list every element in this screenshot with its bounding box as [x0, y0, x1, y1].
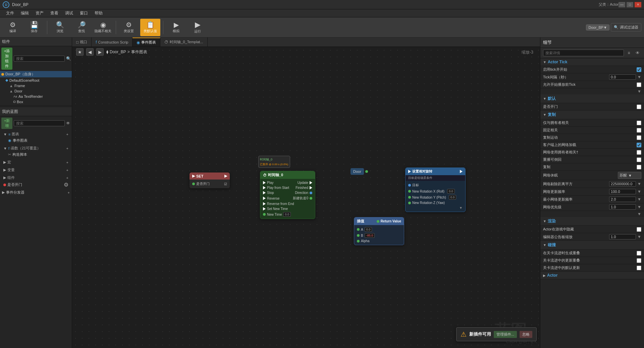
tree-item-frame[interactable]: ▲ Frame: [0, 83, 72, 88]
eye-btn[interactable]: 👁: [634, 49, 641, 57]
tick-interval-input[interactable]: [609, 74, 636, 80]
menu-help[interactable]: 帮助: [91, 9, 106, 17]
actor-section[interactable]: ▶ Actor: [540, 272, 644, 279]
find-btn[interactable]: 🔎 查找: [71, 19, 92, 36]
forward-btn[interactable]: ▶: [96, 48, 104, 56]
set-node[interactable]: ▶ SET ▶ 是否开门 ☑: [190, 172, 230, 188]
door-node[interactable]: Door: [351, 168, 368, 175]
default-update-checkbox[interactable]: [637, 266, 641, 270]
add-graph-icon[interactable]: +: [66, 132, 68, 136]
vars-section-header[interactable]: ▶ 变量 +: [1, 167, 70, 173]
tree-item-door-bp[interactable]: Door_BP（自身）: [0, 71, 72, 77]
maximize-btn[interactable]: □: [627, 2, 633, 7]
tab-event-graph[interactable]: ◉ 事件图表: [132, 38, 160, 47]
add-event-icon[interactable]: +: [68, 191, 70, 195]
lerp-node[interactable]: 插值 Return Value A 0.0 B -85.0: [354, 217, 404, 245]
min-update-freq-input[interactable]: [609, 197, 636, 202]
grid-view-btn[interactable]: ≡: [625, 49, 633, 57]
bp-search[interactable]: [14, 120, 65, 126]
close-btn[interactable]: ✕: [635, 2, 641, 7]
debug-dropdown[interactable]: Door_BP ▼: [586, 24, 609, 30]
menu-file[interactable]: 文件: [3, 9, 17, 17]
tree-item-scene-root[interactable]: ◆ DefaultSceneRoot: [0, 77, 72, 83]
play-row: Play Update: [260, 180, 315, 185]
replication-section[interactable]: ▼ 复制: [540, 111, 644, 119]
is-door-open-item[interactable]: 是否开门 ⚙: [1, 181, 70, 189]
manage-plugins-btn[interactable]: 管理插件...: [494, 331, 517, 338]
macro-section-header[interactable]: ▶ 宏 +: [1, 159, 70, 165]
sprite-scale-input[interactable]: [609, 234, 636, 239]
comp-section-header[interactable]: ▶ 组件 +: [1, 175, 70, 181]
add-component-btn[interactable]: +添加组件: [1, 48, 12, 70]
menu-view[interactable]: 查看: [47, 9, 62, 17]
replicate-movement-checkbox[interactable]: [637, 135, 641, 140]
net-priority-input[interactable]: [609, 204, 636, 210]
func-section-header[interactable]: ▼ f 函数（21可覆盖） +: [1, 145, 70, 151]
bp-new-btn[interactable]: +新增: [1, 118, 12, 129]
menu-debug[interactable]: 调试: [62, 9, 76, 17]
tab-viewport[interactable]: □ 视口: [72, 38, 92, 47]
details-search[interactable]: [543, 50, 624, 56]
tree-item-textrender[interactable]: Aa Aa TextRender: [0, 94, 72, 99]
allow-tick-checkbox[interactable]: [637, 82, 641, 87]
add-var-icon[interactable]: +: [66, 168, 68, 172]
tab-timeline[interactable]: ⏱ 时间轴_0_Templat...: [160, 38, 207, 47]
simulate-btn[interactable]: ▶ 模拟: [166, 19, 186, 36]
update-overlap-checkbox[interactable]: [637, 258, 641, 263]
back-btn[interactable]: ◀: [86, 48, 94, 56]
class-settings-btn[interactable]: ⚙ 类设置: [119, 19, 139, 36]
class-defaults-btn[interactable]: 📋 类默认值: [140, 19, 160, 36]
door-label: Door: [351, 168, 364, 175]
add-comp-icon[interactable]: +: [66, 176, 68, 180]
is-door-open-checkbox[interactable]: [637, 105, 641, 109]
tab-construction[interactable]: f Construction Scrip: [92, 38, 132, 47]
tree-item-door[interactable]: ▲ Door: [0, 88, 72, 94]
net-dormancy-dropdown[interactable]: 苏醒 ▼: [618, 172, 641, 179]
dismiss-btn[interactable]: 忽略: [520, 331, 532, 338]
hide-unrelated-btn[interactable]: ◉ 隐藏不相关: [93, 19, 113, 36]
settings-icon[interactable]: ⚙: [64, 182, 68, 188]
menu-edit[interactable]: 编辑: [17, 9, 32, 17]
replayable-checkbox[interactable]: [637, 157, 641, 162]
net-owner-checkbox[interactable]: [637, 150, 641, 155]
bp-sections: ▼ ≡ 图表 + ◉ 事件图表 ▼ f 函数（21可覆盖） +: [0, 130, 72, 196]
hidden-checkbox[interactable]: [637, 227, 641, 232]
section-label: 变量: [7, 167, 15, 172]
collision-section[interactable]: ▼ 碰撞: [540, 241, 644, 250]
add-macro-icon[interactable]: +: [66, 160, 68, 164]
play-btn[interactable]: ▶ 运行: [187, 19, 208, 36]
replicate-checkbox[interactable]: [637, 165, 641, 169]
tree-item-box[interactable]: Box: [0, 99, 72, 105]
cull-distance-input[interactable]: [609, 181, 636, 187]
owner-relevant-checkbox[interactable]: [637, 121, 641, 125]
net-load-checkbox[interactable]: [637, 143, 641, 147]
compile-btn[interactable]: ⚙ 编译: [3, 19, 23, 36]
star-btn[interactable]: ★: [76, 48, 84, 56]
canvas-area[interactable]: ★ ◀ ▶ ⧫ Door_BP > 事件图表 缩放-3 时间轴_0 已复停 @ …: [72, 47, 540, 348]
actor-tick-section[interactable]: ▼ Actor Tick: [540, 58, 644, 66]
generate-overlap-checkbox[interactable]: [637, 251, 641, 256]
rendering-section[interactable]: ▼ 渲染: [540, 217, 644, 226]
main-layout: 组件 +添加组件 🔍 Door_BP（自身） ◆ DefaultSceneRoo…: [0, 38, 644, 348]
eye-icon[interactable]: 👁: [66, 121, 70, 126]
allow-pre-beginplay-prop: 允许开始播放前Tick: [540, 81, 644, 88]
tick-enabled-checkbox[interactable]: [637, 67, 641, 72]
update-freq-input[interactable]: [609, 189, 636, 194]
default-section[interactable]: ▼ 默认: [540, 94, 644, 103]
event-graph-item[interactable]: ◉ 事件图表: [1, 137, 70, 144]
graph-section-header[interactable]: ▼ ≡ 图表 +: [1, 131, 70, 137]
debug-filter-btn[interactable]: 🔍 调试过滤器: [611, 23, 641, 31]
event-dispatcher-item[interactable]: ▶ 事件分发器 +: [0, 189, 72, 196]
browse-btn[interactable]: 🔍 浏览: [50, 19, 70, 36]
search-icon[interactable]: 🔍: [66, 56, 71, 61]
minimize-btn[interactable]: —: [619, 2, 625, 7]
menu-window[interactable]: 窗口: [76, 9, 91, 17]
component-search[interactable]: [14, 56, 65, 62]
construct-script-item[interactable]: ✂ 构造脚本: [1, 151, 70, 158]
menu-asset[interactable]: 资产: [32, 9, 47, 17]
always-relevant-checkbox[interactable]: [637, 128, 641, 133]
timeline-node[interactable]: ⏱ 时间轴_0 Play Update Play from Start Fini…: [260, 171, 315, 219]
add-func-icon[interactable]: +: [66, 146, 68, 150]
set-rotation-node[interactable]: 设置相对旋转 目标是组场景条件 目标 New Rotation X (Roll)…: [405, 167, 466, 212]
save-btn[interactable]: 💾 保存: [24, 19, 44, 36]
